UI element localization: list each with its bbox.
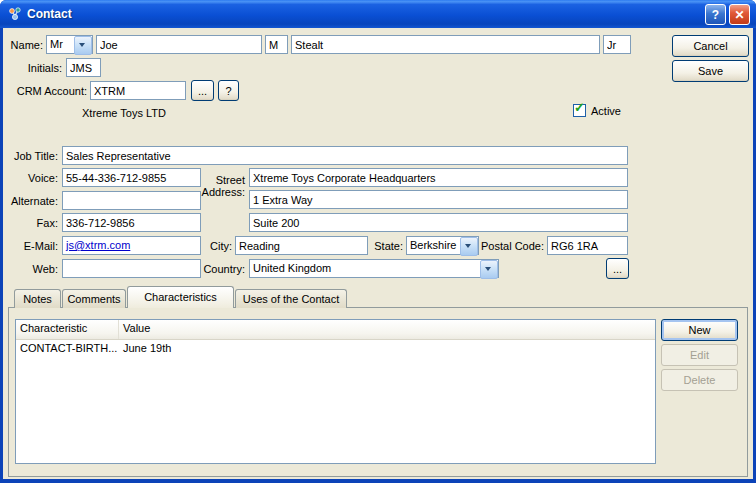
state-label: State: [371, 240, 403, 252]
contact-window: Contact ? ✕ Name: Mr Cancel Save Initial… [0, 0, 756, 483]
name-prefix-value: Mr [50, 38, 74, 50]
dropdown-button[interactable] [480, 260, 498, 279]
dropdown-button[interactable] [74, 36, 92, 55]
suffix-input[interactable] [603, 35, 631, 54]
tab-notes[interactable]: Notes [14, 289, 61, 308]
close-button[interactable]: ✕ [729, 4, 750, 25]
city-input[interactable] [235, 236, 368, 255]
new-button[interactable]: New [661, 319, 738, 341]
alternate-input[interactable] [62, 191, 201, 210]
email-field[interactable]: js@xtrm.com [62, 236, 201, 255]
postal-code-input[interactable] [547, 236, 628, 255]
voice-input[interactable] [62, 168, 201, 187]
contact-icon [7, 6, 23, 22]
edit-button: Edit [661, 344, 738, 366]
job-title-input[interactable] [62, 146, 628, 165]
street-address-line2-input[interactable] [249, 190, 628, 209]
help-button[interactable]: ? [705, 4, 726, 25]
active-label: Active [591, 105, 621, 117]
initials-label: Initials: [2, 62, 62, 74]
country-value: United Kingdom [253, 262, 480, 274]
crm-account-display-name: Xtreme Toys LTD [82, 107, 166, 119]
first-name-input[interactable] [96, 35, 262, 54]
name-prefix-select[interactable]: Mr [46, 35, 93, 54]
job-title-label: Job Title: [2, 150, 58, 162]
column-header-value[interactable]: Value [119, 320, 655, 339]
country-browse-button[interactable]: ... [606, 258, 629, 279]
crm-help-button[interactable]: ? [218, 80, 239, 101]
window-title: Contact [27, 7, 72, 21]
table-row[interactable]: CONTACT-BIRTH... June 19th [16, 340, 655, 358]
email-label: E-Mail: [2, 240, 58, 252]
street-address-line3-input[interactable] [249, 213, 628, 232]
middle-initial-input[interactable] [265, 35, 288, 54]
table-header: Characteristic Value [16, 320, 655, 340]
street-address-line1-input[interactable] [249, 168, 628, 187]
dropdown-button[interactable] [460, 237, 478, 256]
fax-label: Fax: [2, 217, 58, 229]
cell-value: June 19th [119, 340, 655, 358]
fax-input[interactable] [62, 213, 201, 232]
checkmark-icon: ✓ [574, 101, 585, 114]
tab-comments[interactable]: Comments [62, 289, 126, 308]
postal-code-label: Postal Code: [480, 240, 544, 252]
voice-label: Voice: [2, 172, 58, 184]
state-select[interactable]: Berkshire [406, 236, 479, 255]
crm-account-input[interactable] [90, 81, 186, 100]
cell-characteristic: CONTACT-BIRTH... [16, 340, 119, 358]
column-header-characteristic[interactable]: Characteristic [16, 320, 119, 339]
characteristics-table: Characteristic Value CONTACT-BIRTH... Ju… [15, 319, 656, 464]
country-select[interactable]: United Kingdom [249, 259, 499, 278]
save-button[interactable]: Save [672, 60, 749, 82]
city-label: City: [203, 240, 232, 252]
tab-characteristics[interactable]: Characteristics [127, 286, 234, 308]
chevron-down-icon [465, 244, 471, 248]
initials-input[interactable] [66, 58, 101, 77]
active-checkbox[interactable]: ✓ [573, 104, 586, 117]
crm-browse-button[interactable]: ... [191, 80, 214, 101]
web-label: Web: [2, 263, 58, 275]
country-label: Country: [199, 263, 245, 275]
crm-account-label: CRM Account: [2, 85, 87, 97]
tab-uses-of-the-contact[interactable]: Uses of the Contact [235, 289, 347, 308]
chevron-down-icon [79, 43, 85, 47]
last-name-input[interactable] [291, 35, 600, 54]
titlebar[interactable]: Contact ? ✕ [0, 0, 756, 28]
web-input[interactable] [62, 259, 201, 278]
chevron-down-icon [485, 267, 491, 271]
street-address-label: Street Address: [199, 174, 245, 198]
name-label: Name: [2, 39, 43, 51]
email-link[interactable]: js@xtrm.com [66, 239, 130, 251]
state-value: Berkshire [410, 239, 460, 251]
alternate-label: Alternate: [2, 195, 58, 207]
cancel-button[interactable]: Cancel [672, 35, 749, 57]
delete-button: Delete [661, 369, 738, 391]
